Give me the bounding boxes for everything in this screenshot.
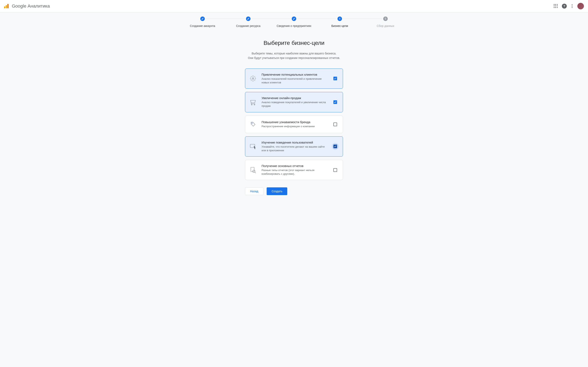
- checkbox[interactable]: [333, 77, 337, 80]
- page-subtitle: Выберите темы, которые наиболее важны дл…: [225, 51, 363, 60]
- svg-point-1: [251, 76, 255, 81]
- svg-point-2: [251, 104, 252, 105]
- header-left: Google Аналитика: [4, 3, 50, 9]
- goal-card-brand[interactable]: Повышение узнаваемости бренда Распростра…: [245, 116, 343, 133]
- goal-card-sales[interactable]: Увеличение онлайн-продаж Анализ поведени…: [245, 92, 343, 112]
- pencil-icon: [200, 17, 205, 21]
- card-title: Увеличение онлайн-продаж: [261, 96, 328, 100]
- card-desc: Анализ показателей посетителей и привлеч…: [261, 77, 328, 84]
- step-data-collection: 5 Сбор данных: [363, 17, 408, 27]
- more-vert-icon[interactable]: [571, 3, 573, 9]
- card-title: Получение основных отчетов: [261, 164, 328, 167]
- pencil-icon: [246, 17, 251, 21]
- step-number: 4: [337, 17, 342, 21]
- card-desc: Анализ поведения покупателей и увеличени…: [261, 100, 328, 108]
- pencil-icon: [292, 17, 296, 21]
- goal-card-leads[interactable]: Привлечение потенциальных клиентов Анали…: [245, 68, 343, 89]
- card-title: Повышение узнаваемости бренда: [261, 120, 328, 124]
- goals-list: Привлечение потенциальных клиентов Анали…: [245, 68, 343, 180]
- product-name: Google Аналитика: [12, 3, 50, 9]
- card-desc: Распространение информации о компании: [261, 125, 328, 128]
- tag-icon: [249, 120, 258, 129]
- content: Выберите бизнес-цели Выберите темы, кото…: [225, 40, 363, 195]
- step-property[interactable]: Создание ресурса: [225, 17, 271, 27]
- svg-point-3: [254, 104, 255, 105]
- step-account[interactable]: Создание аккаунта: [180, 17, 225, 27]
- checkbox[interactable]: [333, 100, 337, 104]
- step-number: 5: [383, 17, 388, 21]
- help-icon[interactable]: ?: [562, 4, 567, 8]
- step-label: Создание ресурса: [236, 24, 260, 27]
- header-right: ?: [554, 3, 584, 9]
- goal-card-behavior[interactable]: Изучение поведения пользователей Узнавай…: [245, 136, 343, 157]
- step-business-goals[interactable]: 4 Бизнес-цели: [317, 17, 363, 27]
- back-button[interactable]: Назад: [245, 187, 263, 195]
- card-title: Привлечение потенциальных клиентов: [261, 73, 328, 76]
- analytics-logo-icon: [4, 4, 9, 8]
- main-area: Создание аккаунта Создание ресурса Сведе…: [0, 12, 588, 367]
- button-row: Назад Создать: [245, 187, 343, 195]
- svg-rect-7: [251, 167, 254, 171]
- step-label: Бизнес-цели: [331, 24, 348, 27]
- card-desc: Разные типы отчетов (этот вариант нельзя…: [261, 168, 328, 176]
- reports-icon: [249, 166, 258, 175]
- create-button[interactable]: Создать: [267, 187, 287, 195]
- checkbox[interactable]: [333, 168, 337, 172]
- step-business-info[interactable]: Сведения о предприятиях: [271, 17, 317, 27]
- behavior-icon: [249, 142, 258, 151]
- step-label: Сбор данных: [377, 24, 394, 27]
- avatar[interactable]: [577, 3, 584, 9]
- card-title: Изучение поведения пользователей: [261, 141, 328, 144]
- leads-icon: [249, 74, 258, 83]
- app-header: Google Аналитика ?: [0, 0, 588, 12]
- checkbox[interactable]: [333, 123, 337, 126]
- step-label: Создание аккаунта: [190, 24, 215, 27]
- goal-card-reports[interactable]: Получение основных отчетов Разные типы о…: [245, 160, 343, 180]
- checkbox[interactable]: [333, 145, 337, 148]
- page-title: Выберите бизнес-цели: [225, 40, 363, 46]
- setup-stepper: Создание аккаунта Создание ресурса Сведе…: [180, 14, 408, 32]
- svg-point-8: [253, 170, 255, 173]
- cart-icon: [249, 98, 258, 107]
- card-desc: Узнавайте, что посетители делают на ваше…: [261, 145, 328, 152]
- apps-grid-icon[interactable]: [554, 4, 558, 8]
- step-label: Сведения о предприятиях: [277, 24, 311, 27]
